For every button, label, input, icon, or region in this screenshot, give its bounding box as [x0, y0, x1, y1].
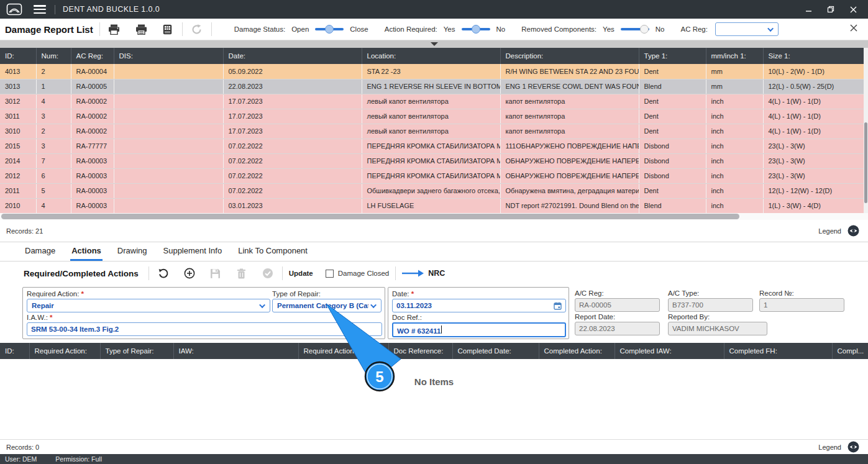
toggle-option-right[interactable]: No [496, 25, 506, 33]
close-view-icon[interactable] [849, 24, 858, 35]
iaw-input[interactable]: SRM 53-00-34 Item.3 Fig.2 [27, 322, 382, 336]
print-button[interactable] [106, 22, 122, 37]
table-cell[interactable]: капот вентилятора [500, 124, 639, 139]
required-action-select[interactable]: Repair [27, 299, 270, 312]
table-row[interactable]: 30102RA-0000217.07.2023левый капот венти… [0, 124, 864, 139]
table-cell[interactable]: inch [706, 183, 763, 198]
table-cell[interactable]: inch [706, 153, 763, 168]
table-row[interactable]: 20115RA-0000307.02.2022Обшивкадвери задн… [0, 183, 864, 198]
tab-drawing[interactable]: Drawing [116, 242, 148, 261]
table-cell[interactable]: 23(L) - 3(W) [763, 153, 864, 168]
legend-eye-icon[interactable] [847, 441, 859, 453]
table-cell[interactable] [114, 139, 223, 153]
table-cell[interactable]: Disbond [639, 168, 706, 183]
calendar-icon[interactable] [554, 302, 562, 310]
table-cell[interactable]: RA-00002 [71, 124, 114, 139]
table-row[interactable]: 30131RA-0000522.08.2023ENG 1 REVERSE RH … [0, 79, 864, 94]
table-row[interactable]: 30113RA-0000217.07.2023левый капот венти… [0, 109, 864, 124]
table-row[interactable]: 20126RA-0000307.02.2022ПЕРЕДНЯЯ КРОМКА С… [0, 168, 864, 183]
table-cell[interactable]: 07.02.2022 [223, 153, 362, 168]
table-cell[interactable]: Dent [639, 109, 706, 124]
minimize-button[interactable] [800, 2, 817, 16]
column-header[interactable]: Type of Repair: [100, 343, 173, 359]
table-cell[interactable]: 03.01.2023 [223, 198, 362, 213]
table-cell[interactable]: 1(L) - 3(W) - 4(D) [763, 198, 864, 213]
column-header[interactable]: Description: [500, 48, 639, 64]
table-cell[interactable]: 3 [36, 109, 71, 124]
column-header[interactable]: Completed Date: [452, 343, 539, 359]
table-cell[interactable]: 1 [36, 79, 71, 94]
table-cell[interactable]: inch [706, 109, 763, 124]
table-row[interactable]: 40132RA-0000405.09.2022STA 22 -23R/H WIN… [0, 64, 864, 79]
table-row[interactable]: 20147RA-0000307.02.2022ПЕРЕДНЯЯ КРОМКА С… [0, 153, 864, 168]
table-cell[interactable]: Dent [639, 183, 706, 198]
legend-eye-icon[interactable] [847, 225, 859, 237]
table-cell[interactable]: LH FUSELAGE [362, 198, 500, 213]
table-cell[interactable]: 3010 [0, 124, 36, 139]
column-header[interactable]: AC Reg: [71, 48, 114, 64]
table-cell[interactable] [114, 183, 223, 198]
tab-damage[interactable]: Damage [24, 242, 57, 261]
table-cell[interactable]: 2015 [0, 139, 36, 153]
horizontal-scrollbar-thumb[interactable] [1, 214, 739, 219]
column-header[interactable]: ID: [0, 48, 36, 64]
table-cell[interactable]: 2011 [0, 183, 36, 198]
table-cell[interactable]: 4(L) - 1(W) - 1(D) [763, 94, 864, 109]
column-header[interactable]: Doc Reference: [388, 343, 452, 359]
close-window-button[interactable] [844, 2, 862, 16]
table-cell[interactable]: 2 [36, 124, 71, 139]
table-cell[interactable]: 4 [36, 198, 71, 213]
column-header[interactable]: Completed FH: [724, 343, 832, 359]
tab-supplement-info[interactable]: Supplement Info [162, 242, 224, 261]
column-header[interactable]: mm/inch 1: [706, 48, 763, 64]
table-cell[interactable]: Dent [639, 124, 706, 139]
column-header[interactable]: Required Action [298, 343, 388, 359]
table-cell[interactable]: Blend [639, 79, 706, 94]
print-preview-button[interactable] [134, 22, 150, 37]
table-cell[interactable] [114, 109, 223, 124]
horizontal-scrollbar[interactable] [0, 213, 868, 220]
table-cell[interactable]: inch [706, 198, 763, 213]
restore-button[interactable] [822, 2, 839, 16]
table-cell[interactable]: 3013 [0, 79, 36, 94]
table-cell[interactable]: RA-00003 [71, 168, 114, 183]
table-cell[interactable]: 2014 [0, 153, 36, 168]
save-icon[interactable] [208, 266, 224, 281]
table-cell[interactable]: ENG 1 REVERSE RH SLEEVE IN BOTTOM PLACE.… [362, 79, 500, 94]
column-header[interactable]: Num: [36, 48, 71, 64]
table-cell[interactable]: 7 [36, 153, 71, 168]
table-cell[interactable]: 07.02.2022 [223, 168, 362, 183]
table-cell[interactable]: ОБНАРУЖЕНО ПОВРЕЖДЕНИЕ НАПЕРЕЖНЕЙ... [500, 168, 639, 183]
toggle-option-right[interactable]: Close [350, 25, 368, 33]
table-cell[interactable]: Обшивкадвери заднего багажного отсека, м… [362, 183, 500, 198]
table-cell[interactable]: 17.07.2023 [223, 94, 362, 109]
table-cell[interactable]: 17.07.2023 [223, 124, 362, 139]
table-cell[interactable]: ПЕРЕДНЯЯ КРОМКА СТАБИЛИЗАТОРА МЕЖДУ... [362, 139, 500, 153]
type-of-repair-select[interactable]: Permanent Category B (Cat B) [272, 299, 381, 312]
table-cell[interactable]: 2010 [0, 198, 36, 213]
table-cell[interactable]: RA-00003 [71, 153, 114, 168]
table-cell[interactable]: левый капот вентилятора [362, 94, 500, 109]
vertical-scrollbar[interactable] [864, 48, 868, 213]
table-cell[interactable]: mm [706, 64, 763, 79]
column-header[interactable]: Type 1: [639, 48, 706, 64]
update-button[interactable]: Update [289, 270, 313, 277]
table-cell[interactable]: 6 [36, 168, 71, 183]
table-cell[interactable]: Blend [639, 198, 706, 213]
table-cell[interactable]: NDT report #27021991. Dound Blend on the… [500, 198, 639, 213]
table-cell[interactable]: Dent [639, 64, 706, 79]
column-header[interactable]: Required Action: [29, 343, 100, 359]
nrc-button[interactable]: NRC [428, 269, 445, 278]
table-cell[interactable]: Обнаружена вмятина, деградация материала… [500, 183, 639, 198]
table-cell[interactable]: 23(L) - 3(W) [763, 168, 864, 183]
table-cell[interactable]: Dent [639, 94, 706, 109]
table-cell[interactable]: ENG 1 REVERSE COWL DENT WAS FOUND [500, 79, 639, 94]
table-cell[interactable]: RA-77777 [71, 139, 114, 153]
refresh-button[interactable] [189, 22, 205, 37]
table-cell[interactable]: 4013 [0, 64, 36, 79]
table-cell[interactable]: RA-00004 [71, 64, 114, 79]
table-cell[interactable]: mm [706, 79, 763, 94]
table-cell[interactable]: ПЕРЕДНЯЯ КРОМКА СТАБИЛИЗАТОРА МЕЖДУ... [362, 153, 500, 168]
table-cell[interactable]: 07.02.2022 [223, 183, 362, 198]
menu-icon[interactable] [34, 5, 46, 14]
